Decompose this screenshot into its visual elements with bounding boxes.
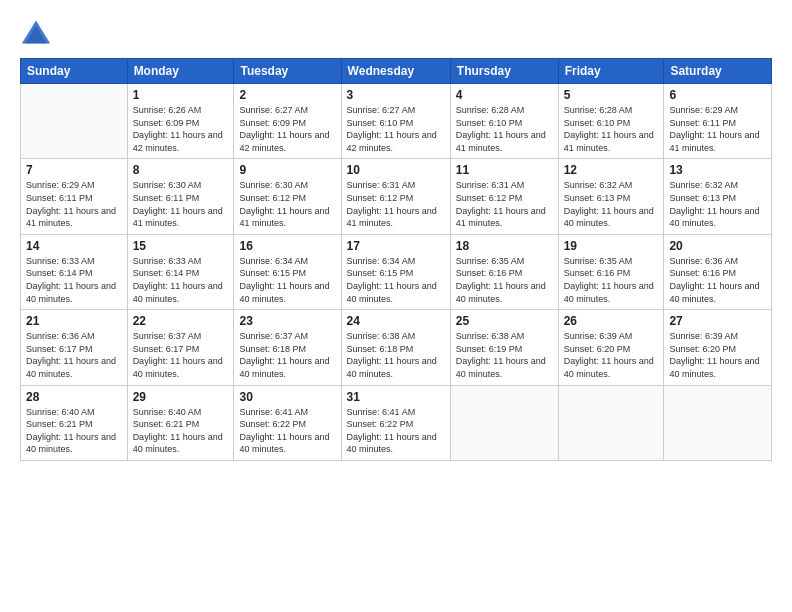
- calendar-cell: 7Sunrise: 6:29 AMSunset: 6:11 PMDaylight…: [21, 159, 128, 234]
- calendar-week-1: 1Sunrise: 6:26 AMSunset: 6:09 PMDaylight…: [21, 84, 772, 159]
- calendar-week-5: 28Sunrise: 6:40 AMSunset: 6:21 PMDayligh…: [21, 385, 772, 460]
- calendar-header-thursday: Thursday: [450, 59, 558, 84]
- calendar-cell: 30Sunrise: 6:41 AMSunset: 6:22 PMDayligh…: [234, 385, 341, 460]
- cell-info: Sunrise: 6:39 AMSunset: 6:20 PMDaylight:…: [564, 330, 659, 380]
- calendar-cell: 12Sunrise: 6:32 AMSunset: 6:13 PMDayligh…: [558, 159, 664, 234]
- cell-info: Sunrise: 6:31 AMSunset: 6:12 PMDaylight:…: [347, 179, 445, 229]
- day-number: 4: [456, 88, 553, 102]
- calendar-cell: 25Sunrise: 6:38 AMSunset: 6:19 PMDayligh…: [450, 310, 558, 385]
- day-number: 8: [133, 163, 229, 177]
- calendar-cell: 31Sunrise: 6:41 AMSunset: 6:22 PMDayligh…: [341, 385, 450, 460]
- day-number: 2: [239, 88, 335, 102]
- calendar-cell: 18Sunrise: 6:35 AMSunset: 6:16 PMDayligh…: [450, 234, 558, 309]
- calendar-cell: 3Sunrise: 6:27 AMSunset: 6:10 PMDaylight…: [341, 84, 450, 159]
- cell-info: Sunrise: 6:34 AMSunset: 6:15 PMDaylight:…: [347, 255, 445, 305]
- day-number: 29: [133, 390, 229, 404]
- calendar-week-3: 14Sunrise: 6:33 AMSunset: 6:14 PMDayligh…: [21, 234, 772, 309]
- day-number: 9: [239, 163, 335, 177]
- calendar-cell: 17Sunrise: 6:34 AMSunset: 6:15 PMDayligh…: [341, 234, 450, 309]
- day-number: 19: [564, 239, 659, 253]
- calendar-header-saturday: Saturday: [664, 59, 772, 84]
- calendar-header-tuesday: Tuesday: [234, 59, 341, 84]
- cell-info: Sunrise: 6:30 AMSunset: 6:12 PMDaylight:…: [239, 179, 335, 229]
- calendar-cell: 21Sunrise: 6:36 AMSunset: 6:17 PMDayligh…: [21, 310, 128, 385]
- calendar-cell: 5Sunrise: 6:28 AMSunset: 6:10 PMDaylight…: [558, 84, 664, 159]
- cell-info: Sunrise: 6:38 AMSunset: 6:18 PMDaylight:…: [347, 330, 445, 380]
- cell-info: Sunrise: 6:40 AMSunset: 6:21 PMDaylight:…: [26, 406, 122, 456]
- day-number: 18: [456, 239, 553, 253]
- cell-info: Sunrise: 6:40 AMSunset: 6:21 PMDaylight:…: [133, 406, 229, 456]
- calendar-cell: 23Sunrise: 6:37 AMSunset: 6:18 PMDayligh…: [234, 310, 341, 385]
- cell-info: Sunrise: 6:32 AMSunset: 6:13 PMDaylight:…: [564, 179, 659, 229]
- cell-info: Sunrise: 6:33 AMSunset: 6:14 PMDaylight:…: [133, 255, 229, 305]
- calendar-cell: 13Sunrise: 6:32 AMSunset: 6:13 PMDayligh…: [664, 159, 772, 234]
- calendar-header-wednesday: Wednesday: [341, 59, 450, 84]
- calendar-week-2: 7Sunrise: 6:29 AMSunset: 6:11 PMDaylight…: [21, 159, 772, 234]
- calendar-cell: [558, 385, 664, 460]
- cell-info: Sunrise: 6:29 AMSunset: 6:11 PMDaylight:…: [26, 179, 122, 229]
- cell-info: Sunrise: 6:37 AMSunset: 6:18 PMDaylight:…: [239, 330, 335, 380]
- day-number: 1: [133, 88, 229, 102]
- day-number: 14: [26, 239, 122, 253]
- day-number: 21: [26, 314, 122, 328]
- calendar-cell: 10Sunrise: 6:31 AMSunset: 6:12 PMDayligh…: [341, 159, 450, 234]
- day-number: 28: [26, 390, 122, 404]
- calendar-cell: 11Sunrise: 6:31 AMSunset: 6:12 PMDayligh…: [450, 159, 558, 234]
- calendar-cell: 16Sunrise: 6:34 AMSunset: 6:15 PMDayligh…: [234, 234, 341, 309]
- calendar-cell: [21, 84, 128, 159]
- page: SundayMondayTuesdayWednesdayThursdayFrid…: [0, 0, 792, 612]
- day-number: 10: [347, 163, 445, 177]
- cell-info: Sunrise: 6:35 AMSunset: 6:16 PMDaylight:…: [456, 255, 553, 305]
- day-number: 5: [564, 88, 659, 102]
- logo-icon: [20, 18, 52, 46]
- calendar-cell: 27Sunrise: 6:39 AMSunset: 6:20 PMDayligh…: [664, 310, 772, 385]
- cell-info: Sunrise: 6:31 AMSunset: 6:12 PMDaylight:…: [456, 179, 553, 229]
- calendar-cell: 2Sunrise: 6:27 AMSunset: 6:09 PMDaylight…: [234, 84, 341, 159]
- day-number: 26: [564, 314, 659, 328]
- day-number: 15: [133, 239, 229, 253]
- day-number: 13: [669, 163, 766, 177]
- calendar-header-monday: Monday: [127, 59, 234, 84]
- day-number: 25: [456, 314, 553, 328]
- day-number: 7: [26, 163, 122, 177]
- day-number: 20: [669, 239, 766, 253]
- cell-info: Sunrise: 6:28 AMSunset: 6:10 PMDaylight:…: [564, 104, 659, 154]
- calendar-cell: [450, 385, 558, 460]
- cell-info: Sunrise: 6:36 AMSunset: 6:17 PMDaylight:…: [26, 330, 122, 380]
- calendar-cell: 8Sunrise: 6:30 AMSunset: 6:11 PMDaylight…: [127, 159, 234, 234]
- cell-info: Sunrise: 6:38 AMSunset: 6:19 PMDaylight:…: [456, 330, 553, 380]
- calendar-header-sunday: Sunday: [21, 59, 128, 84]
- calendar-table: SundayMondayTuesdayWednesdayThursdayFrid…: [20, 58, 772, 461]
- cell-info: Sunrise: 6:30 AMSunset: 6:11 PMDaylight:…: [133, 179, 229, 229]
- cell-info: Sunrise: 6:29 AMSunset: 6:11 PMDaylight:…: [669, 104, 766, 154]
- day-number: 3: [347, 88, 445, 102]
- day-number: 16: [239, 239, 335, 253]
- cell-info: Sunrise: 6:35 AMSunset: 6:16 PMDaylight:…: [564, 255, 659, 305]
- calendar-cell: 28Sunrise: 6:40 AMSunset: 6:21 PMDayligh…: [21, 385, 128, 460]
- calendar-cell: 14Sunrise: 6:33 AMSunset: 6:14 PMDayligh…: [21, 234, 128, 309]
- day-number: 17: [347, 239, 445, 253]
- calendar-cell: 24Sunrise: 6:38 AMSunset: 6:18 PMDayligh…: [341, 310, 450, 385]
- day-number: 31: [347, 390, 445, 404]
- calendar-cell: 20Sunrise: 6:36 AMSunset: 6:16 PMDayligh…: [664, 234, 772, 309]
- calendar-cell: 29Sunrise: 6:40 AMSunset: 6:21 PMDayligh…: [127, 385, 234, 460]
- logo: [20, 18, 56, 46]
- cell-info: Sunrise: 6:27 AMSunset: 6:09 PMDaylight:…: [239, 104, 335, 154]
- day-number: 27: [669, 314, 766, 328]
- calendar-cell: [664, 385, 772, 460]
- day-number: 6: [669, 88, 766, 102]
- calendar-cell: 1Sunrise: 6:26 AMSunset: 6:09 PMDaylight…: [127, 84, 234, 159]
- cell-info: Sunrise: 6:28 AMSunset: 6:10 PMDaylight:…: [456, 104, 553, 154]
- calendar-cell: 9Sunrise: 6:30 AMSunset: 6:12 PMDaylight…: [234, 159, 341, 234]
- cell-info: Sunrise: 6:33 AMSunset: 6:14 PMDaylight:…: [26, 255, 122, 305]
- calendar-cell: 19Sunrise: 6:35 AMSunset: 6:16 PMDayligh…: [558, 234, 664, 309]
- day-number: 11: [456, 163, 553, 177]
- calendar-cell: 6Sunrise: 6:29 AMSunset: 6:11 PMDaylight…: [664, 84, 772, 159]
- day-number: 12: [564, 163, 659, 177]
- calendar-cell: 4Sunrise: 6:28 AMSunset: 6:10 PMDaylight…: [450, 84, 558, 159]
- calendar-header-friday: Friday: [558, 59, 664, 84]
- calendar-cell: 15Sunrise: 6:33 AMSunset: 6:14 PMDayligh…: [127, 234, 234, 309]
- cell-info: Sunrise: 6:32 AMSunset: 6:13 PMDaylight:…: [669, 179, 766, 229]
- cell-info: Sunrise: 6:41 AMSunset: 6:22 PMDaylight:…: [239, 406, 335, 456]
- calendar-header-row: SundayMondayTuesdayWednesdayThursdayFrid…: [21, 59, 772, 84]
